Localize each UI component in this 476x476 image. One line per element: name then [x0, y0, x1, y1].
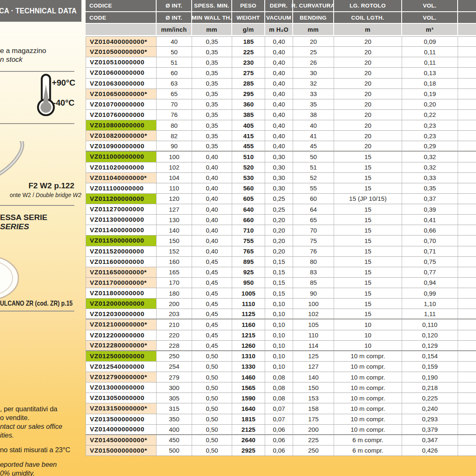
value-cell: 105	[293, 319, 334, 330]
value-cell: 0,20	[265, 235, 293, 246]
fasc-cell	[458, 183, 476, 194]
fasc-cell	[458, 225, 476, 235]
value-cell: 0,15	[265, 267, 293, 278]
value-cell: 225	[293, 435, 334, 446]
value-cell: 0,11	[402, 57, 458, 68]
value-cell: 0,50	[192, 425, 232, 435]
value-cell: 15	[334, 204, 402, 215]
value-cell: 10 m compr.	[334, 382, 402, 393]
value-cell: 0,40	[265, 36, 293, 47]
table-row: VZ0116000000001600,458950,1580150,75	[86, 257, 476, 267]
value-cell: 0,32	[402, 162, 458, 173]
value-cell: 710	[232, 225, 265, 235]
temp-low-label: -40°C	[53, 98, 74, 108]
value-cell: 0,10	[265, 351, 293, 362]
fasc-cell	[458, 382, 476, 393]
code-cell: VZ011500000000	[86, 235, 157, 246]
value-cell: 33	[293, 89, 334, 99]
value-cell: 0,225	[402, 393, 458, 403]
related-product-label: ULCANO ZR (cod. ZR) p.15	[0, 299, 73, 308]
fasc-cell	[458, 173, 476, 183]
value-cell: 0,40	[265, 99, 293, 110]
value-cell: 185	[232, 36, 265, 47]
value-cell: 1590	[232, 393, 265, 403]
value-cell: 0,13	[402, 68, 458, 78]
fasc-cell	[458, 204, 476, 215]
value-cell: 0,07	[265, 403, 293, 414]
value-cell: 254	[157, 362, 192, 372]
value-cell: 0,08	[265, 393, 293, 403]
value-cell: 0,10	[265, 319, 293, 330]
value-cell: 315	[157, 403, 192, 414]
code-cell: VZ013000000000	[86, 382, 157, 393]
fasc-cell	[458, 89, 476, 99]
code-cell: VZ013150000000*	[86, 403, 157, 414]
column-header-en: WEIGHT	[232, 12, 265, 23]
table-row: VZ012790000000*2790,5014600,0814010 m co…	[86, 372, 476, 382]
value-cell: 10 m compr.	[334, 372, 402, 382]
table-header: CODICEØ INT.SPESS. MIN.PESODEPR.R. CURVA…	[86, 0, 476, 36]
table-row: VZ010510000000510,352300,4026200,11	[86, 57, 476, 68]
value-cell: 0,30	[265, 173, 293, 183]
value-cell: 40	[293, 120, 334, 131]
value-cell: 15	[334, 299, 402, 309]
value-cell: 158	[293, 403, 334, 414]
value-cell: 15	[334, 183, 402, 194]
header-row: CODICEØ INT.SPESS. MIN.PESODEPR.R. CURVA…	[86, 0, 476, 11]
code-cell: VZ012100000000*	[86, 319, 157, 330]
value-cell: 20	[334, 68, 402, 78]
value-cell: 41	[293, 131, 334, 141]
fasc-cell	[458, 131, 476, 141]
table-row: VZ012280000000*2280,4512600,10114100,129	[86, 341, 476, 351]
value-cell: 6 m compr.	[334, 435, 402, 446]
temp-high-label: +90°C	[52, 78, 75, 88]
note-line: ities.	[0, 431, 86, 440]
code-cell: VZ011400000000	[86, 225, 157, 235]
value-cell: 300	[157, 382, 192, 393]
value-cell: 0,50	[192, 446, 232, 456]
value-cell: 15	[334, 267, 402, 278]
value-cell: 925	[232, 267, 265, 278]
fasc-cell	[458, 309, 476, 319]
table-row: VZ0120300000002030,4511250,10102151,11	[86, 309, 476, 319]
code-cell: VZ010760000000	[86, 110, 157, 120]
value-cell: 0,18	[402, 78, 458, 89]
value-cell: 0,10	[265, 362, 293, 372]
note-line: , per quantitativi da	[0, 405, 86, 413]
value-cell: 65	[293, 215, 334, 225]
fasc-cell	[458, 435, 476, 446]
value-cell: 1215	[232, 330, 265, 341]
value-cell: 0,347	[402, 435, 458, 446]
value-cell: 360	[232, 99, 265, 110]
code-cell: VZ011270000000	[86, 204, 157, 215]
column-header-it: Ø INT.	[157, 0, 192, 11]
fasc-cell	[458, 47, 476, 57]
code-cell: VZ012280000000*	[86, 341, 157, 351]
value-cell: 500	[157, 446, 192, 456]
same-series-it: ESSA SERIE	[0, 213, 47, 222]
value-cell: 0,25	[265, 204, 293, 215]
code-cell: VZ010820000000*	[86, 131, 157, 141]
fasc-cell	[458, 194, 476, 204]
value-cell: 510	[232, 152, 265, 162]
value-cell: 455	[232, 141, 265, 152]
table-row: VZ011700000000*1700,459500,1585150,94	[86, 278, 476, 288]
value-cell: 10 m compr.	[334, 393, 402, 403]
column-header-en: MIN WALL TH.	[192, 12, 232, 23]
value-cell: 0,45	[192, 309, 232, 319]
value-cell: 755	[232, 235, 265, 246]
value-cell: 0,19	[402, 89, 458, 99]
value-cell: 0,40	[192, 204, 232, 215]
value-cell: 0,35	[192, 78, 232, 89]
fasc-cell	[458, 267, 476, 278]
value-cell: 1565	[232, 382, 265, 393]
value-cell: 305	[157, 393, 192, 403]
table-row: VZ0115200000001520,407650,2076150,71	[86, 246, 476, 257]
column-header-en: BENDING	[293, 12, 334, 23]
table-row: VZ010700000000700,353600,4035200,20	[86, 99, 476, 110]
value-cell: 70	[157, 99, 192, 110]
value-cell: 20	[334, 57, 402, 68]
value-cell: 0,40	[192, 225, 232, 235]
value-cell: 765	[232, 246, 265, 257]
code-cell: VZ010500000000*	[86, 47, 157, 57]
